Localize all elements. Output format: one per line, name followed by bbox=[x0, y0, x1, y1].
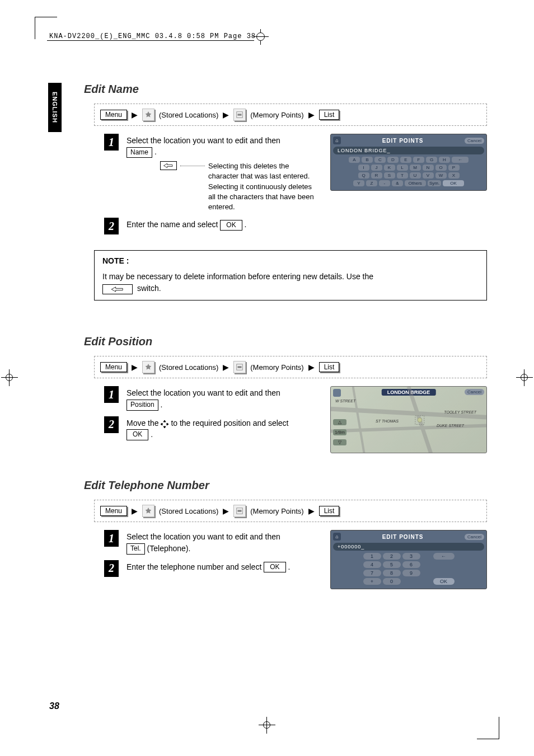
key-m[interactable]: M bbox=[410, 165, 421, 171]
breadcrumb-list[interactable]: List bbox=[319, 506, 340, 516]
key-p[interactable]: P bbox=[448, 165, 460, 171]
key-3[interactable]: 3 bbox=[402, 553, 420, 560]
key-w[interactable]: W bbox=[435, 172, 447, 179]
step-1: 1 Select the location you want to edit a… bbox=[104, 386, 319, 410]
key-ok[interactable]: OK bbox=[443, 180, 464, 186]
key-4[interactable]: 4 bbox=[363, 561, 381, 568]
key-ok[interactable]: OK bbox=[433, 578, 455, 585]
key-l[interactable]: L bbox=[397, 165, 408, 171]
key-2[interactable]: 2 bbox=[383, 553, 401, 560]
stored-locations-icon[interactable] bbox=[142, 361, 154, 373]
step-text: Enter the name and select bbox=[127, 220, 220, 229]
zoom-up[interactable]: △ bbox=[333, 419, 346, 425]
breadcrumb-list[interactable]: List bbox=[319, 110, 340, 120]
zoom-down[interactable]: ▽ bbox=[333, 439, 346, 445]
home-icon[interactable]: ⌂ bbox=[333, 533, 341, 541]
key-g[interactable]: G bbox=[426, 157, 437, 163]
step-text: Select the location you want to edit and… bbox=[127, 532, 280, 541]
key-n[interactable]: N bbox=[423, 165, 434, 171]
key-j[interactable]: J bbox=[371, 165, 382, 171]
key-f[interactable]: F bbox=[413, 157, 424, 163]
arrow-icon: ▶ bbox=[132, 363, 138, 372]
arrow-icon: ▶ bbox=[308, 363, 315, 372]
key-r[interactable]: R bbox=[371, 172, 382, 179]
key-y[interactable]: Y bbox=[353, 180, 364, 186]
key-c[interactable]: C bbox=[374, 157, 386, 163]
arrow-icon: ▶ bbox=[308, 506, 315, 515]
street-label: TOOLEY STREET bbox=[444, 410, 476, 414]
breadcrumb-menu[interactable]: Menu bbox=[100, 506, 127, 516]
step-text: Select the location you want to edit and… bbox=[127, 136, 280, 145]
name-button[interactable]: Name bbox=[127, 147, 152, 158]
key-back[interactable]: ← bbox=[452, 157, 469, 163]
arrow-icon: ▶ bbox=[132, 110, 138, 119]
street-label: W STREET bbox=[335, 399, 355, 403]
delete-key-icon[interactable] bbox=[102, 284, 133, 294]
key-8[interactable]: 8 bbox=[383, 570, 401, 576]
text-input[interactable]: LONDON BRIDGE_ bbox=[333, 147, 484, 154]
key-plus[interactable]: + bbox=[363, 578, 381, 585]
tel-input[interactable]: +000000_ bbox=[333, 543, 484, 551]
key-amp[interactable]: & bbox=[392, 180, 403, 186]
memory-points-icon[interactable] bbox=[233, 361, 246, 373]
stored-locations-icon[interactable] bbox=[142, 505, 154, 517]
ok-button[interactable]: OK bbox=[127, 429, 148, 440]
cancel-button[interactable]: Cancel bbox=[465, 138, 484, 144]
key-7[interactable]: 7 bbox=[363, 570, 381, 576]
key-5[interactable]: 5 bbox=[383, 561, 401, 568]
home-icon[interactable]: ⌂ bbox=[333, 137, 341, 144]
breadcrumb-menu[interactable]: Menu bbox=[100, 110, 127, 120]
key-1[interactable]: 1 bbox=[363, 553, 381, 560]
key-d[interactable]: D bbox=[387, 157, 399, 163]
key-k[interactable]: K bbox=[384, 165, 395, 171]
key-hyphen[interactable]: - bbox=[379, 180, 390, 186]
breadcrumb-list[interactable]: List bbox=[319, 362, 340, 372]
breadcrumb-menu[interactable]: Menu bbox=[100, 362, 127, 372]
period: . bbox=[158, 400, 163, 409]
tel-button[interactable]: Tel. bbox=[127, 543, 145, 554]
memory-points-icon[interactable] bbox=[233, 109, 246, 121]
breadcrumb-stored: (Stored Locations) bbox=[159, 507, 218, 515]
key-others[interactable]: Others bbox=[405, 180, 426, 186]
key-x[interactable]: X bbox=[448, 172, 460, 179]
delete-key-note: Selecting this deletes the character tha… bbox=[160, 161, 319, 212]
step-2: 2 Enter the telephone number and select … bbox=[104, 560, 319, 577]
key-t[interactable]: T bbox=[397, 172, 408, 179]
key-o[interactable]: O bbox=[435, 165, 447, 171]
step-body: Select the location you want to edit and… bbox=[127, 386, 319, 410]
ok-button[interactable]: OK bbox=[220, 220, 242, 231]
delete-key-icon[interactable] bbox=[160, 161, 177, 170]
key-back[interactable]: ← bbox=[433, 553, 455, 560]
key-0[interactable]: 0 bbox=[383, 578, 401, 585]
breadcrumb-memory: (Memory Points) bbox=[250, 507, 303, 515]
step-body: Enter the name and select OK . bbox=[127, 218, 319, 231]
key-i[interactable]: I bbox=[358, 165, 369, 171]
arrow-icon: ▶ bbox=[308, 110, 315, 119]
step-1: 1 Select the location you want to edit a… bbox=[104, 530, 319, 554]
key-6[interactable]: 6 bbox=[402, 561, 420, 568]
cancel-button[interactable]: Cancel bbox=[465, 534, 484, 540]
ok-button[interactable]: OK bbox=[264, 562, 285, 572]
position-button[interactable]: Position bbox=[127, 400, 158, 410]
stored-locations-icon[interactable] bbox=[142, 109, 154, 121]
key-v[interactable]: V bbox=[423, 172, 434, 179]
key-a[interactable]: A bbox=[349, 157, 360, 163]
key-e[interactable]: E bbox=[400, 157, 411, 163]
crosshair-icon bbox=[161, 420, 168, 428]
registration-mark-left bbox=[1, 369, 18, 386]
step-body: Select the location you want to edit and… bbox=[127, 530, 319, 554]
key-s[interactable]: S bbox=[384, 172, 395, 179]
key-z[interactable]: Z bbox=[366, 180, 377, 186]
key-b[interactable]: B bbox=[362, 157, 373, 163]
language-tab: ENGLISH bbox=[48, 83, 62, 132]
key-sym[interactable]: Sym. bbox=[428, 180, 441, 186]
svg-rect-10 bbox=[238, 510, 242, 512]
key-u[interactable]: U bbox=[410, 172, 421, 179]
suffix: (Telephone). bbox=[145, 544, 191, 553]
memory-points-icon[interactable] bbox=[233, 505, 246, 517]
key-9[interactable]: 9 bbox=[402, 570, 420, 576]
step-number: 2 bbox=[104, 560, 119, 577]
key-q[interactable]: Q bbox=[358, 172, 369, 179]
key-h[interactable]: H bbox=[439, 157, 450, 163]
section-title-edit-tel: Edit Telephone Number bbox=[84, 479, 487, 492]
